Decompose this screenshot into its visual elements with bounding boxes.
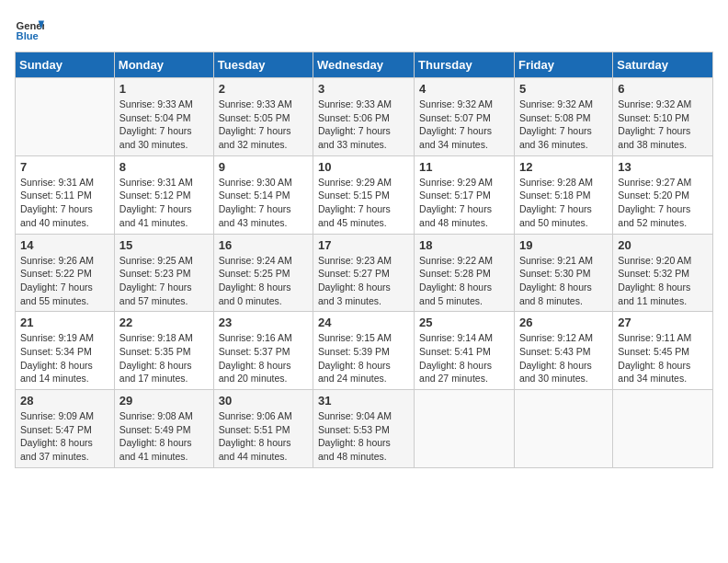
calendar-day-cell — [415, 390, 515, 468]
calendar-day-cell: 18Sunrise: 9:22 AMSunset: 5:28 PMDayligh… — [415, 234, 515, 312]
day-number: 5 — [519, 82, 608, 96]
day-info: Sunrise: 9:21 AMSunset: 5:30 PMDaylight:… — [519, 254, 608, 308]
day-number: 9 — [219, 160, 308, 174]
day-info: Sunrise: 9:32 AMSunset: 5:07 PMDaylight:… — [419, 98, 509, 152]
day-number: 6 — [618, 82, 708, 96]
calendar-week-row: 21Sunrise: 9:19 AMSunset: 5:34 PMDayligh… — [16, 312, 713, 390]
day-number: 8 — [119, 160, 209, 174]
calendar-day-cell: 4Sunrise: 9:32 AMSunset: 5:07 PMDaylight… — [415, 78, 515, 156]
calendar-day-cell: 19Sunrise: 9:21 AMSunset: 5:30 PMDayligh… — [514, 234, 612, 312]
day-number: 13 — [618, 160, 708, 174]
day-info: Sunrise: 9:12 AMSunset: 5:43 PMDaylight:… — [519, 331, 608, 385]
day-number: 31 — [318, 394, 409, 408]
day-info: Sunrise: 9:29 AMSunset: 5:17 PMDaylight:… — [419, 176, 509, 230]
calendar-day-cell — [613, 390, 713, 468]
calendar-day-cell: 3Sunrise: 9:33 AMSunset: 5:06 PMDaylight… — [313, 78, 415, 156]
calendar-day-cell: 1Sunrise: 9:33 AMSunset: 5:04 PMDaylight… — [114, 78, 213, 156]
calendar-day-cell: 22Sunrise: 9:18 AMSunset: 5:35 PMDayligh… — [114, 312, 213, 390]
calendar-day-cell: 15Sunrise: 9:25 AMSunset: 5:23 PMDayligh… — [114, 234, 213, 312]
day-of-week-header: Saturday — [613, 52, 713, 78]
day-number: 23 — [219, 316, 308, 329]
calendar-day-cell: 8Sunrise: 9:31 AMSunset: 5:12 PMDaylight… — [114, 155, 213, 234]
logo-icon: General Blue — [15, 15, 44, 44]
day-info: Sunrise: 9:33 AMSunset: 5:06 PMDaylight:… — [318, 98, 409, 152]
header-row: SundayMondayTuesdayWednesdayThursdayFrid… — [16, 52, 713, 78]
day-number: 27 — [618, 316, 708, 329]
day-of-week-header: Tuesday — [213, 52, 313, 78]
calendar-day-cell — [514, 390, 612, 468]
day-of-week-header: Sunday — [16, 52, 115, 78]
day-number: 20 — [618, 238, 708, 252]
day-of-week-header: Wednesday — [313, 52, 415, 78]
calendar-day-cell: 16Sunrise: 9:24 AMSunset: 5:25 PMDayligh… — [213, 234, 313, 312]
day-info: Sunrise: 9:11 AMSunset: 5:45 PMDaylight:… — [618, 331, 708, 385]
day-number: 25 — [419, 316, 509, 329]
calendar-day-cell: 26Sunrise: 9:12 AMSunset: 5:43 PMDayligh… — [514, 312, 612, 390]
day-number: 18 — [419, 238, 509, 252]
day-info: Sunrise: 9:23 AMSunset: 5:27 PMDaylight:… — [318, 254, 409, 308]
day-number: 3 — [318, 82, 409, 96]
day-info: Sunrise: 9:27 AMSunset: 5:20 PMDaylight:… — [618, 176, 708, 230]
day-number: 30 — [219, 394, 308, 408]
day-number: 24 — [318, 316, 409, 329]
day-number: 16 — [219, 238, 308, 252]
day-info: Sunrise: 9:29 AMSunset: 5:15 PMDaylight:… — [318, 176, 409, 230]
day-number: 29 — [119, 394, 209, 408]
calendar-week-row: 7Sunrise: 9:31 AMSunset: 5:11 PMDaylight… — [16, 155, 713, 234]
day-info: Sunrise: 9:32 AMSunset: 5:08 PMDaylight:… — [519, 98, 608, 152]
day-number: 1 — [119, 82, 209, 96]
day-info: Sunrise: 9:15 AMSunset: 5:39 PMDaylight:… — [318, 331, 409, 385]
calendar-day-cell: 14Sunrise: 9:26 AMSunset: 5:22 PMDayligh… — [16, 234, 115, 312]
calendar-week-row: 14Sunrise: 9:26 AMSunset: 5:22 PMDayligh… — [16, 234, 713, 312]
day-info: Sunrise: 9:28 AMSunset: 5:18 PMDaylight:… — [519, 176, 608, 230]
page-header: General Blue — [15, 15, 713, 44]
calendar-day-cell: 17Sunrise: 9:23 AMSunset: 5:27 PMDayligh… — [313, 234, 415, 312]
day-number: 7 — [20, 160, 109, 174]
day-info: Sunrise: 9:31 AMSunset: 5:12 PMDaylight:… — [119, 176, 209, 230]
day-info: Sunrise: 9:26 AMSunset: 5:22 PMDaylight:… — [20, 254, 109, 308]
calendar-day-cell: 7Sunrise: 9:31 AMSunset: 5:11 PMDaylight… — [16, 155, 115, 234]
calendar-day-cell: 25Sunrise: 9:14 AMSunset: 5:41 PMDayligh… — [415, 312, 515, 390]
calendar-table: SundayMondayTuesdayWednesdayThursdayFrid… — [15, 52, 713, 468]
day-of-week-header: Friday — [514, 52, 612, 78]
calendar-day-cell: 30Sunrise: 9:06 AMSunset: 5:51 PMDayligh… — [213, 390, 313, 468]
day-info: Sunrise: 9:18 AMSunset: 5:35 PMDaylight:… — [119, 331, 209, 385]
calendar-week-row: 1Sunrise: 9:33 AMSunset: 5:04 PMDaylight… — [16, 78, 713, 156]
day-info: Sunrise: 9:32 AMSunset: 5:10 PMDaylight:… — [618, 98, 708, 152]
day-number: 26 — [519, 316, 608, 329]
day-info: Sunrise: 9:06 AMSunset: 5:51 PMDaylight:… — [219, 409, 308, 464]
calendar-day-cell: 9Sunrise: 9:30 AMSunset: 5:14 PMDaylight… — [213, 155, 313, 234]
day-of-week-header: Monday — [114, 52, 213, 78]
calendar-day-cell: 5Sunrise: 9:32 AMSunset: 5:08 PMDaylight… — [514, 78, 612, 156]
calendar-day-cell: 11Sunrise: 9:29 AMSunset: 5:17 PMDayligh… — [415, 155, 515, 234]
day-number: 28 — [20, 394, 109, 408]
day-info: Sunrise: 9:33 AMSunset: 5:04 PMDaylight:… — [119, 98, 209, 152]
day-number: 17 — [318, 238, 409, 252]
day-number: 2 — [219, 82, 308, 96]
calendar-day-cell: 6Sunrise: 9:32 AMSunset: 5:10 PMDaylight… — [613, 78, 713, 156]
day-number: 11 — [419, 160, 509, 174]
calendar-day-cell: 20Sunrise: 9:20 AMSunset: 5:32 PMDayligh… — [613, 234, 713, 312]
day-info: Sunrise: 9:08 AMSunset: 5:49 PMDaylight:… — [119, 409, 209, 464]
day-number: 10 — [318, 160, 409, 174]
day-info: Sunrise: 9:24 AMSunset: 5:25 PMDaylight:… — [219, 254, 308, 308]
calendar-day-cell: 23Sunrise: 9:16 AMSunset: 5:37 PMDayligh… — [213, 312, 313, 390]
calendar-body: 1Sunrise: 9:33 AMSunset: 5:04 PMDaylight… — [16, 78, 713, 468]
day-of-week-header: Thursday — [415, 52, 515, 78]
logo: General Blue — [15, 15, 44, 44]
calendar-day-cell: 24Sunrise: 9:15 AMSunset: 5:39 PMDayligh… — [313, 312, 415, 390]
day-info: Sunrise: 9:31 AMSunset: 5:11 PMDaylight:… — [20, 176, 109, 230]
day-info: Sunrise: 9:25 AMSunset: 5:23 PMDaylight:… — [119, 254, 209, 308]
svg-text:Blue: Blue — [17, 30, 39, 41]
day-info: Sunrise: 9:16 AMSunset: 5:37 PMDaylight:… — [219, 331, 308, 385]
day-info: Sunrise: 9:04 AMSunset: 5:53 PMDaylight:… — [318, 409, 409, 464]
calendar-day-cell — [16, 78, 115, 156]
day-info: Sunrise: 9:30 AMSunset: 5:14 PMDaylight:… — [219, 176, 308, 230]
day-info: Sunrise: 9:14 AMSunset: 5:41 PMDaylight:… — [419, 331, 509, 385]
calendar-day-cell: 31Sunrise: 9:04 AMSunset: 5:53 PMDayligh… — [313, 390, 415, 468]
day-number: 14 — [20, 238, 109, 252]
calendar-header: SundayMondayTuesdayWednesdayThursdayFrid… — [16, 52, 713, 78]
day-info: Sunrise: 9:09 AMSunset: 5:47 PMDaylight:… — [20, 409, 109, 464]
calendar-day-cell: 28Sunrise: 9:09 AMSunset: 5:47 PMDayligh… — [16, 390, 115, 468]
day-number: 15 — [119, 238, 209, 252]
